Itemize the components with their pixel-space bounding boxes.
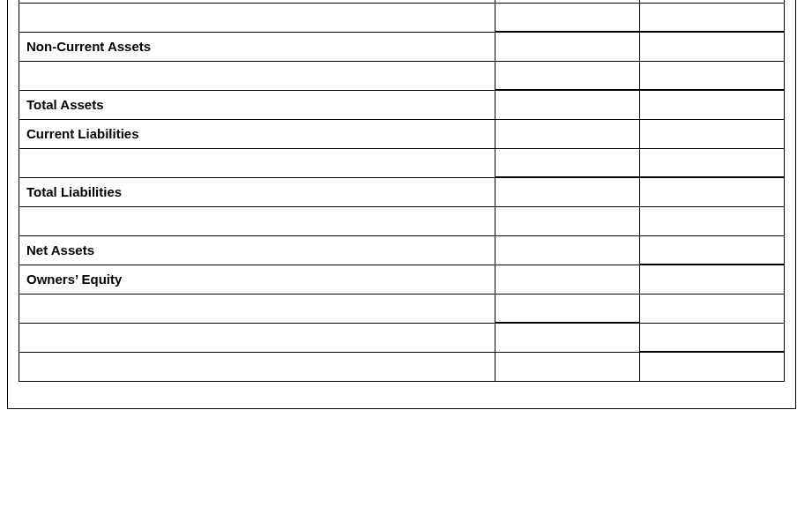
table-row: Non-Current Assets [19, 32, 785, 61]
row-label: Current Liabilities [19, 119, 495, 148]
table-row: Net Assets [19, 235, 785, 265]
row-label [19, 3, 495, 32]
row-value-1 [495, 235, 640, 265]
row-label [19, 61, 495, 90]
row-value-1 [495, 3, 640, 32]
row-label [19, 323, 495, 352]
table-row [19, 294, 785, 323]
row-value-2 [640, 61, 785, 90]
row-value-2 [640, 3, 785, 32]
row-value-1 [495, 294, 640, 323]
row-value-1 [495, 90, 640, 119]
table-row [19, 323, 785, 352]
table-row: Total Liabilities [19, 177, 785, 206]
row-value-1 [495, 119, 640, 148]
row-value-1 [495, 177, 640, 206]
row-value-2 [640, 235, 785, 265]
table-row [19, 61, 785, 90]
row-value-2 [640, 177, 785, 206]
row-value-1 [495, 148, 640, 177]
table-row [19, 206, 785, 235]
row-value-2 [640, 294, 785, 323]
row-value-2 [640, 90, 785, 119]
row-label [19, 206, 495, 235]
row-value-2 [640, 206, 785, 235]
document-frame: Non-Current AssetsTotal AssetsCurrent Li… [7, 0, 796, 409]
row-label: Net Assets [19, 235, 495, 265]
table-row: Current Liabilities [19, 119, 785, 148]
row-value-2 [640, 119, 785, 148]
table-row: Owners’ Equity [19, 265, 785, 294]
row-value-1 [495, 61, 640, 90]
row-value-1 [495, 352, 640, 381]
row-value-1 [495, 323, 640, 352]
row-label [19, 148, 495, 177]
row-value-1 [495, 32, 640, 61]
row-value-2 [640, 148, 785, 177]
row-label: Owners’ Equity [19, 265, 495, 294]
table-row: Total Assets [19, 90, 785, 119]
balance-table: Non-Current AssetsTotal AssetsCurrent Li… [19, 0, 785, 382]
row-value-2 [640, 32, 785, 61]
row-value-2 [640, 352, 785, 381]
row-label [19, 294, 495, 323]
row-label: Total Liabilities [19, 177, 495, 206]
row-value-1 [495, 265, 640, 294]
row-value-2 [640, 323, 785, 352]
table-row [19, 3, 785, 32]
row-value-2 [640, 265, 785, 294]
row-label: Total Assets [19, 90, 495, 119]
table-row [19, 352, 785, 381]
row-label: Non-Current Assets [19, 32, 495, 61]
row-value-1 [495, 206, 640, 235]
row-label [19, 352, 495, 381]
table-row [19, 148, 785, 177]
